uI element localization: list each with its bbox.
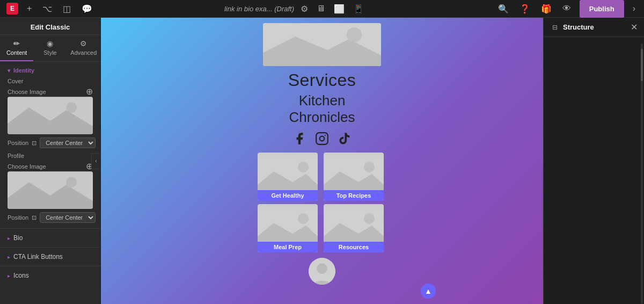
tab-content[interactable]: ✏ Content: [0, 35, 33, 61]
svg-rect-9: [316, 133, 328, 145]
publish-button[interactable]: Publish: [580, 0, 624, 18]
svg-point-25: [317, 263, 327, 274]
scroll-up-button[interactable]: ▲: [421, 284, 436, 299]
profile-position-select[interactable]: Center Center: [40, 212, 96, 223]
profile-label: Profile: [8, 153, 93, 159]
panel-title: Edit Classic: [8, 23, 93, 31]
style-tab-icon: ◉: [47, 39, 53, 48]
draft-title: link in bio exa... (Draft): [224, 5, 294, 13]
top-bar-center: link in bio exa... (Draft) ⚙ 🖥 ⬜ 📱: [103, 3, 487, 15]
bio-section[interactable]: Bio: [0, 228, 100, 247]
right-panel-title: Structure: [563, 23, 594, 31]
profile-image-placeholder[interactable]: [8, 171, 93, 209]
grid-cards: Get Healthy Top Recipes: [258, 153, 386, 252]
top-bar: E + ⌥ ◫ 💬 link in bio exa... (Draft) ⚙ 🖥…: [0, 0, 644, 18]
right-panel-header: ⊟ Structure ✕: [544, 18, 644, 37]
canvas-cover-image[interactable]: [263, 23, 381, 66]
right-panel-close-button[interactable]: ✕: [631, 22, 638, 32]
help-button[interactable]: ❓: [517, 3, 532, 15]
layers-button[interactable]: ◫: [61, 3, 73, 15]
preview-button[interactable]: 👁: [560, 3, 573, 15]
mobile-icon[interactable]: 📱: [351, 3, 366, 15]
tiktok-icon[interactable]: [337, 131, 352, 146]
top-bar-left: E + ⌥ ◫ 💬: [6, 3, 94, 15]
identity-section: Identity Cover Choose Image ⊕ Position ⊡…: [0, 62, 100, 228]
services-title: Services: [288, 70, 356, 90]
publish-dropdown[interactable]: ›: [631, 3, 638, 15]
panel-header: Edit Classic: [0, 18, 100, 35]
svg-point-2: [66, 102, 77, 113]
panel-tabs: ✏ Content ◉ Style ⚙ Advanced: [0, 35, 100, 62]
tab-advanced[interactable]: ⚙ Advanced: [67, 35, 100, 61]
cover-image-placeholder[interactable]: [8, 97, 93, 134]
device-icons: 🖥 ⬜ 📱: [314, 3, 366, 15]
profile-position-label: Position: [8, 214, 28, 221]
card-get-healthy[interactable]: Get Healthy: [258, 153, 318, 201]
tab-style[interactable]: ◉ Style: [33, 35, 67, 61]
svg-point-11: [325, 135, 326, 136]
profile-choose-row: Choose Image ⊕: [8, 161, 93, 171]
content-tab-icon: ✏: [13, 39, 20, 48]
advanced-tab-icon: ⚙: [80, 39, 87, 48]
cover-position-label: Position: [8, 140, 28, 146]
add-button[interactable]: +: [25, 3, 34, 15]
profile-choose-label: Choose Image: [8, 163, 46, 170]
card-get-healthy-label: Get Healthy: [258, 190, 318, 201]
card-top-recipes[interactable]: Top Recipes: [324, 153, 384, 201]
cover-position-row: Position ⊡ Center Center: [8, 137, 93, 148]
cta-section[interactable]: CTA Link Buttons: [0, 247, 100, 266]
card-meal-prep-label: Meal Prep: [258, 242, 318, 252]
cover-add-button[interactable]: ⊕: [86, 86, 93, 97]
icons-section[interactable]: Icons: [0, 266, 100, 285]
gift-button[interactable]: 🎁: [539, 3, 554, 15]
cover-label: Cover: [8, 78, 93, 84]
tablet-icon[interactable]: ⬜: [332, 3, 347, 15]
panel-collapse-button[interactable]: ‹: [91, 153, 101, 169]
identity-section-title[interactable]: Identity: [8, 67, 93, 74]
left-panel: Edit Classic ✏ Content ◉ Style ⚙ Advance…: [0, 18, 101, 304]
svg-point-5: [66, 177, 77, 187]
canvas-area: Services Kitchen Chronicles: [101, 18, 543, 304]
desktop-icon[interactable]: 🖥: [314, 3, 327, 15]
top-bar-right: 🔍 ❓ 🎁 👁 Publish ›: [496, 0, 638, 18]
svg-point-23: [364, 213, 375, 224]
history-button[interactable]: ⌥: [40, 3, 54, 15]
structure-expand-icon[interactable]: ⊟: [550, 23, 560, 32]
svg-point-8: [347, 27, 362, 42]
profile-position-icon: ⊡: [32, 214, 36, 221]
canvas-bottom-avatar: [309, 258, 335, 285]
cover-img-placeholder: [263, 23, 381, 66]
card-meal-prep[interactable]: Meal Prep: [258, 204, 318, 252]
cover-position-select[interactable]: Center Center: [40, 137, 96, 148]
profile-position-row: Position ⊡ Center Center: [8, 212, 93, 223]
svg-point-20: [298, 213, 309, 224]
chat-button[interactable]: 💬: [79, 3, 94, 15]
cover-position-icon: ⊡: [32, 140, 36, 147]
elementor-logo: E: [6, 3, 18, 15]
card-top-recipes-label: Top Recipes: [324, 190, 384, 201]
card-resources-label: Resources: [324, 242, 384, 252]
cover-choose-row: Choose Image ⊕: [8, 86, 93, 97]
instagram-icon[interactable]: [314, 131, 330, 146]
cover-choose-label: Choose Image: [8, 89, 46, 95]
right-panel: ⊟ Structure ✕ ▼ ⊡ Container ⊟ Classic ▶ …: [543, 18, 644, 304]
card-resources[interactable]: Resources: [324, 204, 384, 252]
svg-point-17: [364, 162, 375, 172]
draft-settings-button[interactable]: ⚙: [298, 3, 310, 15]
svg-point-10: [320, 136, 325, 141]
main-area: Edit Classic ✏ Content ◉ Style ⚙ Advance…: [0, 18, 644, 304]
search-button[interactable]: 🔍: [496, 3, 511, 15]
canvas-content: Services Kitchen Chronicles: [101, 18, 543, 285]
kitchen-chronicles: Kitchen Chronicles: [289, 92, 355, 126]
structure-tree: ▼ ⊡ Container ⊟ Classic ▶ ⊡ Container ▶ …: [544, 37, 644, 44]
social-icons: [292, 131, 352, 146]
facebook-icon[interactable]: [292, 131, 307, 146]
svg-point-14: [298, 162, 309, 172]
